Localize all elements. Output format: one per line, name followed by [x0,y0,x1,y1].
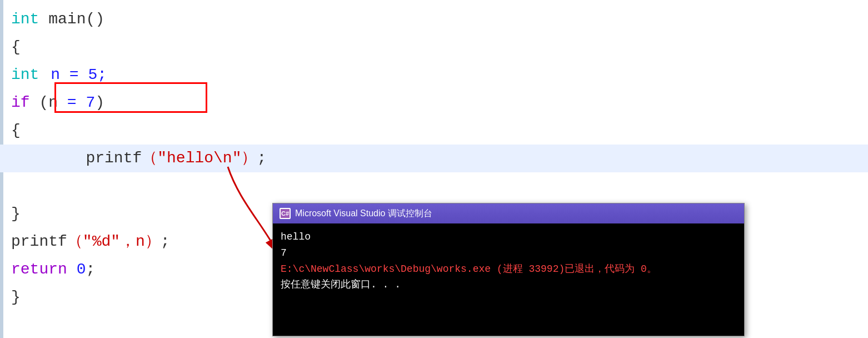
console-output-3: E:\c\NewClass\works\Debug\works.exe (进程 … [281,261,736,277]
code-text: ; [86,256,95,284]
number-7: 7 [86,89,95,117]
console-titlebar: C# Microsoft Visual Studio 调试控制台 [273,203,744,223]
console-output-2: 7 [281,245,736,261]
code-text: { [11,33,21,61]
var-assignment: n = 5; [51,61,107,89]
console-output-4: 按任意键关闭此窗口. . . [281,277,736,293]
keyword-if: if [11,89,30,117]
console-body: hello 7 E:\c\NewClass\works\Debug\works.… [273,223,744,336]
code-text: (n [30,89,67,117]
vs-icon: C# [280,208,291,219]
code-text: { [11,117,21,145]
code-text: } [11,200,21,228]
code-line-5: { [0,117,868,145]
keyword-int: int [11,6,39,33]
code-line-4: if (n = 7) [0,89,868,117]
code-text-2: = [67,89,77,117]
code-text: } [11,284,21,311]
code-text: ; [161,228,170,256]
console-title: Microsoft Visual Studio 调试控制台 [295,208,432,220]
code-text: printf [11,145,142,172]
console-window: C# Microsoft Visual Studio 调试控制台 hello 7… [272,203,745,336]
keyword-return: return [11,256,67,284]
code-text: printf [11,228,67,256]
code-text [67,256,77,284]
code-line-3: int n = 5; [0,61,868,89]
console-output-1: hello [281,229,736,245]
code-text [77,89,86,117]
string-format: （"%d"，n） [67,228,161,256]
keyword-int-2: int [11,61,39,89]
code-line-6: printf（"hello\n"）; [0,145,868,172]
code-line-7 [0,172,868,200]
code-text: main() [39,6,104,33]
code-line-2: { [0,33,868,61]
code-text: ) [95,89,104,117]
number-0: 0 [77,256,86,284]
code-line-1: int main() [0,6,868,33]
code-text [41,61,51,89]
